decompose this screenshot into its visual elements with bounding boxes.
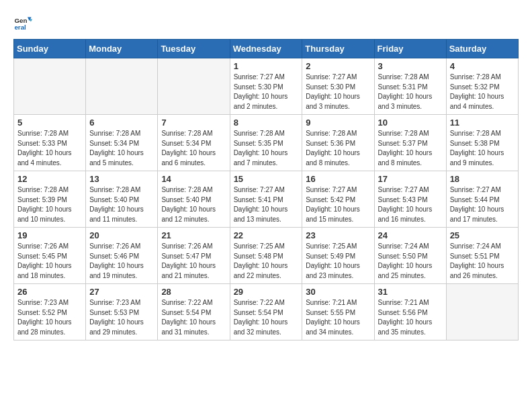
day-info: Sunrise: 7:21 AM Sunset: 5:55 PM Dayligh… <box>306 298 370 337</box>
day-info: Sunrise: 7:26 AM Sunset: 5:46 PM Dayligh… <box>89 242 154 281</box>
calendar-cell: 22Sunrise: 7:25 AM Sunset: 5:48 PM Dayli… <box>230 228 302 284</box>
calendar-cell: 11Sunrise: 7:28 AM Sunset: 5:38 PM Dayli… <box>446 115 518 171</box>
weekday-header-row: SundayMondayTuesdayWednesdayThursdayFrid… <box>14 40 519 58</box>
calendar-cell: 16Sunrise: 7:27 AM Sunset: 5:42 PM Dayli… <box>302 171 374 228</box>
day-number: 7 <box>161 118 226 128</box>
day-info: Sunrise: 7:28 AM Sunset: 5:38 PM Dayligh… <box>450 129 515 168</box>
day-number: 19 <box>17 230 82 240</box>
day-number: 14 <box>161 174 226 184</box>
day-number: 1 <box>234 61 299 71</box>
calendar-cell <box>86 58 158 115</box>
calendar-cell: 28Sunrise: 7:22 AM Sunset: 5:54 PM Dayli… <box>158 284 230 340</box>
calendar-table: SundayMondayTuesdayWednesdayThursdayFrid… <box>13 39 519 340</box>
calendar-cell: 29Sunrise: 7:22 AM Sunset: 5:54 PM Dayli… <box>230 284 302 340</box>
day-number: 11 <box>450 118 515 128</box>
day-info: Sunrise: 7:23 AM Sunset: 5:53 PM Dayligh… <box>89 298 154 337</box>
calendar-cell: 2Sunrise: 7:27 AM Sunset: 5:30 PM Daylig… <box>302 58 374 115</box>
calendar-week-row: 1Sunrise: 7:27 AM Sunset: 5:30 PM Daylig… <box>14 58 519 115</box>
calendar-week-row: 19Sunrise: 7:26 AM Sunset: 5:45 PM Dayli… <box>14 228 519 284</box>
day-info: Sunrise: 7:28 AM Sunset: 5:33 PM Dayligh… <box>17 129 82 168</box>
calendar-cell: 3Sunrise: 7:28 AM Sunset: 5:31 PM Daylig… <box>374 58 446 115</box>
day-number: 9 <box>306 118 370 128</box>
day-info: Sunrise: 7:28 AM Sunset: 5:31 PM Dayligh… <box>378 73 443 111</box>
calendar-cell: 31Sunrise: 7:21 AM Sunset: 5:56 PM Dayli… <box>374 284 446 340</box>
calendar-cell: 25Sunrise: 7:24 AM Sunset: 5:51 PM Dayli… <box>446 228 518 284</box>
day-number: 8 <box>234 118 299 128</box>
calendar-cell: 17Sunrise: 7:27 AM Sunset: 5:43 PM Dayli… <box>374 171 446 228</box>
day-info: Sunrise: 7:25 AM Sunset: 5:48 PM Dayligh… <box>234 242 299 281</box>
day-info: Sunrise: 7:28 AM Sunset: 5:32 PM Dayligh… <box>450 73 515 111</box>
calendar-cell: 1Sunrise: 7:27 AM Sunset: 5:30 PM Daylig… <box>230 58 302 115</box>
header: Gen eral <box>13 13 519 32</box>
day-number: 28 <box>161 287 226 297</box>
day-number: 26 <box>17 287 82 297</box>
calendar-cell: 21Sunrise: 7:26 AM Sunset: 5:47 PM Dayli… <box>158 228 230 284</box>
calendar-cell: 4Sunrise: 7:28 AM Sunset: 5:32 PM Daylig… <box>446 58 518 115</box>
calendar-cell: 18Sunrise: 7:27 AM Sunset: 5:44 PM Dayli… <box>446 171 518 228</box>
day-number: 12 <box>17 174 82 184</box>
day-number: 24 <box>378 230 443 240</box>
calendar-cell: 27Sunrise: 7:23 AM Sunset: 5:53 PM Dayli… <box>86 284 158 340</box>
day-info: Sunrise: 7:28 AM Sunset: 5:36 PM Dayligh… <box>306 129 370 168</box>
day-number: 10 <box>378 118 443 128</box>
day-number: 31 <box>378 287 443 297</box>
day-info: Sunrise: 7:27 AM Sunset: 5:43 PM Dayligh… <box>378 185 443 224</box>
weekday-header-tuesday: Tuesday <box>158 40 230 58</box>
day-info: Sunrise: 7:22 AM Sunset: 5:54 PM Dayligh… <box>161 298 226 337</box>
calendar-cell <box>446 284 518 340</box>
day-info: Sunrise: 7:24 AM Sunset: 5:50 PM Dayligh… <box>378 242 443 281</box>
day-number: 2 <box>306 61 370 71</box>
logo: Gen eral <box>13 13 35 32</box>
day-number: 29 <box>234 287 299 297</box>
calendar-cell: 19Sunrise: 7:26 AM Sunset: 5:45 PM Dayli… <box>14 228 86 284</box>
svg-text:eral: eral <box>14 24 26 31</box>
day-number: 16 <box>306 174 370 184</box>
calendar-cell: 26Sunrise: 7:23 AM Sunset: 5:52 PM Dayli… <box>14 284 86 340</box>
calendar-cell: 8Sunrise: 7:28 AM Sunset: 5:35 PM Daylig… <box>230 115 302 171</box>
calendar-cell <box>14 58 86 115</box>
day-number: 20 <box>89 230 154 240</box>
day-number: 6 <box>89 118 154 128</box>
day-info: Sunrise: 7:28 AM Sunset: 5:39 PM Dayligh… <box>17 185 82 224</box>
calendar-week-row: 12Sunrise: 7:28 AM Sunset: 5:39 PM Dayli… <box>14 171 519 228</box>
day-number: 17 <box>378 174 443 184</box>
day-number: 4 <box>450 61 515 71</box>
day-info: Sunrise: 7:23 AM Sunset: 5:52 PM Dayligh… <box>17 298 82 337</box>
calendar-cell: 6Sunrise: 7:28 AM Sunset: 5:34 PM Daylig… <box>86 115 158 171</box>
day-number: 3 <box>378 61 443 71</box>
calendar-cell: 15Sunrise: 7:27 AM Sunset: 5:41 PM Dayli… <box>230 171 302 228</box>
day-info: Sunrise: 7:24 AM Sunset: 5:51 PM Dayligh… <box>450 242 515 281</box>
logo-icon: Gen eral <box>13 13 32 32</box>
day-info: Sunrise: 7:26 AM Sunset: 5:47 PM Dayligh… <box>161 242 226 281</box>
day-info: Sunrise: 7:22 AM Sunset: 5:54 PM Dayligh… <box>234 298 299 337</box>
day-info: Sunrise: 7:27 AM Sunset: 5:41 PM Dayligh… <box>234 185 299 224</box>
day-info: Sunrise: 7:28 AM Sunset: 5:35 PM Dayligh… <box>234 129 299 168</box>
calendar-cell: 5Sunrise: 7:28 AM Sunset: 5:33 PM Daylig… <box>14 115 86 171</box>
calendar-cell <box>158 58 230 115</box>
calendar-cell: 10Sunrise: 7:28 AM Sunset: 5:37 PM Dayli… <box>374 115 446 171</box>
calendar-cell: 12Sunrise: 7:28 AM Sunset: 5:39 PM Dayli… <box>14 171 86 228</box>
day-number: 13 <box>89 174 154 184</box>
calendar-cell: 13Sunrise: 7:28 AM Sunset: 5:40 PM Dayli… <box>86 171 158 228</box>
calendar-cell: 9Sunrise: 7:28 AM Sunset: 5:36 PM Daylig… <box>302 115 374 171</box>
day-info: Sunrise: 7:28 AM Sunset: 5:34 PM Dayligh… <box>89 129 154 168</box>
calendar-cell: 20Sunrise: 7:26 AM Sunset: 5:46 PM Dayli… <box>86 228 158 284</box>
calendar-cell: 24Sunrise: 7:24 AM Sunset: 5:50 PM Dayli… <box>374 228 446 284</box>
day-number: 25 <box>450 230 515 240</box>
weekday-header-wednesday: Wednesday <box>230 40 302 58</box>
svg-marker-3 <box>30 19 32 21</box>
weekday-header-saturday: Saturday <box>446 40 518 58</box>
calendar-cell: 23Sunrise: 7:25 AM Sunset: 5:49 PM Dayli… <box>302 228 374 284</box>
weekday-header-sunday: Sunday <box>14 40 86 58</box>
day-info: Sunrise: 7:28 AM Sunset: 5:37 PM Dayligh… <box>378 129 443 168</box>
day-info: Sunrise: 7:27 AM Sunset: 5:30 PM Dayligh… <box>234 73 299 111</box>
day-info: Sunrise: 7:28 AM Sunset: 5:34 PM Dayligh… <box>161 129 226 168</box>
calendar-cell: 7Sunrise: 7:28 AM Sunset: 5:34 PM Daylig… <box>158 115 230 171</box>
calendar-cell: 30Sunrise: 7:21 AM Sunset: 5:55 PM Dayli… <box>302 284 374 340</box>
weekday-header-monday: Monday <box>86 40 158 58</box>
day-info: Sunrise: 7:27 AM Sunset: 5:42 PM Dayligh… <box>306 185 370 224</box>
day-info: Sunrise: 7:27 AM Sunset: 5:30 PM Dayligh… <box>306 73 370 111</box>
day-number: 15 <box>234 174 299 184</box>
day-number: 21 <box>161 230 226 240</box>
calendar-week-row: 26Sunrise: 7:23 AM Sunset: 5:52 PM Dayli… <box>14 284 519 340</box>
